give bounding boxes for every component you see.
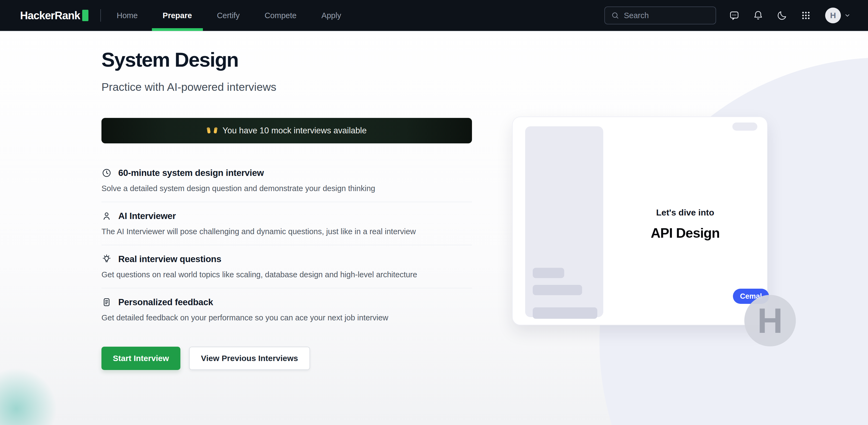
feature-description: Get questions on real world topics like … — [101, 270, 472, 279]
placeholder-pill — [733, 123, 757, 131]
divider — [101, 202, 472, 202]
preview-sidebar-placeholder — [525, 126, 603, 317]
nav-item-home[interactable]: Home — [104, 0, 150, 31]
feature-title-text: Real interview questions — [118, 254, 221, 264]
bell-icon[interactable] — [752, 10, 764, 21]
divider — [101, 288, 472, 288]
avatar[interactable]: H — [825, 8, 841, 23]
feature-description: Solve a detailed system design question … — [101, 184, 472, 193]
hackerrank-logo[interactable]: HackerRank — [20, 9, 88, 22]
nav-right: H — [604, 6, 850, 24]
placeholder-bar — [533, 268, 564, 278]
nav-divider — [100, 9, 101, 22]
watermark-letter: H — [757, 300, 783, 341]
banner-text: You have 10 mock interviews available — [222, 126, 367, 135]
avatar-letter: H — [830, 11, 836, 20]
dive-intro-text: Let's dive into — [603, 208, 767, 218]
feature-ai-interviewer: AI Interviewer The AI Interviewer will p… — [101, 211, 472, 236]
nav-items: Home Prepare Certify Compete Apply — [104, 0, 353, 31]
feature-description: The AI Interviewer will pose challenging… — [101, 227, 472, 236]
nav-item-compete[interactable]: Compete — [252, 0, 309, 31]
main-content: System Design Practice with AI-powered i… — [101, 49, 472, 370]
placeholder-bar — [533, 285, 582, 295]
clock-icon — [101, 168, 112, 178]
raised-hands-icon — [207, 126, 218, 135]
feature-real-questions: Real interview questions Get questions o… — [101, 254, 472, 279]
search-icon — [611, 11, 620, 20]
dive-text-block: Let's dive into API Design — [603, 208, 767, 241]
nav-item-prepare[interactable]: Prepare — [150, 0, 205, 31]
document-icon — [101, 297, 112, 307]
feature-description: Get detailed feedback on your performanc… — [101, 313, 472, 322]
nav-item-certify[interactable]: Certify — [205, 0, 252, 31]
feature-title-text: 60-minute system design interview — [118, 168, 264, 178]
interview-preview-card: Let's dive into API Design Cemal — [512, 117, 768, 325]
corner-glow — [0, 363, 62, 425]
chevron-down-icon[interactable] — [844, 12, 850, 19]
page-title: System Design — [101, 49, 472, 70]
mock-interviews-banner: You have 10 mock interviews available — [101, 118, 472, 143]
user-icon — [101, 211, 112, 221]
view-previous-interviews-button[interactable]: View Previous Interviews — [189, 347, 310, 370]
divider — [101, 245, 472, 245]
feature-list: 60-minute system design interview Solve … — [101, 168, 472, 322]
top-nav: HackerRank Home Prepare Certify Compete … — [0, 0, 868, 31]
action-buttons: Start Interview View Previous Interviews — [101, 347, 472, 370]
apps-grid-icon[interactable] — [800, 10, 812, 21]
chat-icon[interactable] — [728, 10, 740, 21]
start-interview-button[interactable]: Start Interview — [101, 347, 180, 370]
lightbulb-icon — [101, 254, 112, 264]
feature-feedback: Personalized feedback Get detailed feedb… — [101, 297, 472, 322]
feature-duration: 60-minute system design interview Solve … — [101, 168, 472, 193]
dive-topic-text: API Design — [603, 225, 767, 241]
logo-text: HackerRank — [20, 9, 80, 22]
hackerrank-watermark: H — [744, 295, 796, 347]
nav-item-apply[interactable]: Apply — [309, 0, 354, 31]
search-input[interactable] — [624, 11, 726, 20]
page-root: HackerRank Home Prepare Certify Compete … — [0, 0, 868, 425]
feature-title-text: AI Interviewer — [118, 211, 176, 221]
feature-title-text: Personalized feedback — [118, 297, 213, 307]
page-subtitle: Practice with AI-powered interviews — [101, 81, 472, 94]
logo-green-block — [82, 10, 88, 21]
placeholder-bar — [533, 307, 597, 319]
search-box[interactable] — [604, 6, 716, 24]
moon-icon[interactable] — [776, 10, 788, 21]
